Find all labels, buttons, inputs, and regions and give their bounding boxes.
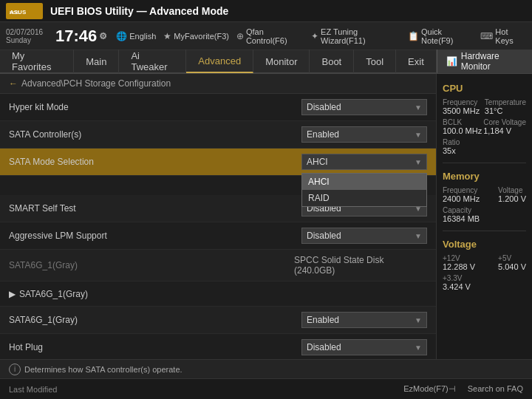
core-volt-label: Core Voltage <box>483 118 526 126</box>
favorites-label: MyFavorite(F3) <box>174 32 229 41</box>
cpu-temp-label: Temperature <box>485 98 526 106</box>
volt-5-value: 5.040 V <box>498 262 526 271</box>
nav-my-favorites[interactable]: My Favorites <box>0 50 74 73</box>
aggressive-lpm-value: Disabled <box>307 231 341 241</box>
aggressive-lpm-label: Aggressive LPM Support <box>9 231 301 241</box>
sata-mode-label: SATA Mode Selection <box>9 157 301 167</box>
mem-freq-row: Frequency 2400 MHz Voltage 1.200 V <box>443 186 526 203</box>
mem-freq-label: Frequency <box>443 186 480 194</box>
nav-ai-tweaker[interactable]: Ai Tweaker <box>119 50 186 73</box>
favorites-shortcut[interactable]: ★ MyFavorite(F3) <box>163 31 229 41</box>
volt-12-row: +12V 12.288 V +5V 5.040 V <box>443 254 526 271</box>
hw-monitor-tab[interactable]: 📊 Hardware Monitor <box>437 50 532 73</box>
cpu-section-title: CPU <box>443 83 526 94</box>
volt-33-label: +3.3V <box>443 274 471 282</box>
hot-plug-dropdown[interactable]: Disabled ▼ <box>301 339 427 355</box>
sata-mode-option-ahci[interactable]: AHCI <box>302 174 426 190</box>
cpu-bclk-row: BCLK 100.0 MHz Core Voltage 1,184 V <box>443 118 526 135</box>
sata-mode-value: AHCI <box>307 157 328 167</box>
title-text: UEFI BIOS Utility — Advanced Mode <box>50 5 228 17</box>
bottom-info-bar: i Determines how SATA controller(s) oper… <box>0 359 532 378</box>
sata-controller-dropdown[interactable]: Enabled ▼ <box>301 126 427 143</box>
ratio-row: Ratio 35x <box>443 138 526 155</box>
settings-icon[interactable]: ⚙ <box>99 31 107 41</box>
hyper-kit-row: Hyper kit Mode Disabled ▼ <box>0 94 436 121</box>
ez-tuning-shortcut[interactable]: ✦ EZ Tuning Wizard(F11) <box>311 27 400 45</box>
time-text: 17:46 <box>55 27 97 46</box>
core-volt-value: 1,184 V <box>483 126 526 135</box>
hot-keys-shortcut[interactable]: ⌨ Hot Keys <box>480 27 526 45</box>
aggressive-lpm-dropdown[interactable]: Disabled ▼ <box>301 228 427 244</box>
sata6g1-info-row: SATA6G_1(Gray) SPCC Solid State Disk (24… <box>0 250 436 282</box>
hw-divider-1 <box>443 163 526 163</box>
mem-volt-value: 1.200 V <box>498 194 526 203</box>
chevron-down-icon: ▼ <box>415 344 422 352</box>
ratio-value: 35x <box>443 146 460 155</box>
voltage-section-title: Voltage <box>443 239 526 250</box>
hot-plug-value: Disabled <box>307 342 341 352</box>
keyboard-icon: ⌨ <box>480 31 493 41</box>
bclk-value: 100.0 MHz <box>443 126 482 135</box>
sata6g1-label: SATA6G_1(Gray) <box>9 260 294 270</box>
chevron-down-icon: ▼ <box>415 232 422 240</box>
hot-plug-label: Hot Plug <box>9 342 301 352</box>
hot-plug-row: Hot Plug Disabled ▼ <box>0 334 436 359</box>
cpu-freq-label: Frequency <box>443 98 480 106</box>
date-text: 02/07/2016 <box>6 28 47 36</box>
mem-cap-value: 16384 MB <box>443 214 480 223</box>
hw-monitor-label: Hardware Monitor <box>461 51 523 72</box>
footer: Last Modified EzMode(F7)⊣ Search on FAQ <box>0 378 532 399</box>
qfan-shortcut[interactable]: ⊕ Qfan Control(F6) <box>236 27 304 45</box>
language-shortcut[interactable]: 🌐 English <box>116 31 156 41</box>
mem-cap-label: Capacity <box>443 206 480 214</box>
ratio-label: Ratio <box>443 138 460 146</box>
qfan-label: Qfan Control(F6) <box>246 27 304 45</box>
nav-exit[interactable]: Exit <box>396 50 437 73</box>
quick-note-shortcut[interactable]: 📋 Quick Note(F9) <box>408 27 473 45</box>
bottom-info-text: Determines how SATA controller(s) operat… <box>24 365 183 374</box>
last-modified-label: Last Modified <box>9 385 57 394</box>
sata6g1-expand-row[interactable]: ▶ SATA6G_1(Gray) <box>0 282 436 307</box>
chevron-down-icon: ▼ <box>415 158 422 166</box>
breadcrumb: ← Advanced\PCH Storage Configuration <box>0 74 436 94</box>
nav-main[interactable]: Main <box>74 50 119 73</box>
volt-12-label: +12V <box>443 254 475 262</box>
sata-mode-dropdown-container: AHCI ▼ AHCI RAID <box>301 154 427 170</box>
day-text: Sunday <box>6 36 47 44</box>
svg-text:ROG: ROG <box>10 10 20 15</box>
back-arrow[interactable]: ← <box>9 78 18 89</box>
cpu-temp-value: 31°C <box>485 106 526 115</box>
left-panel: ← Advanced\PCH Storage Configuration Hyp… <box>0 74 436 359</box>
hot-keys-label: Hot Keys <box>495 27 526 45</box>
sata6g1-enabled-row: SATA6G_1(Gray) Enabled ▼ <box>0 307 436 334</box>
volt-5-label: +5V <box>498 254 526 262</box>
mem-freq-value: 2400 MHz <box>443 194 480 203</box>
chevron-down-icon: ▼ <box>415 316 422 324</box>
hyper-kit-dropdown[interactable]: Disabled ▼ <box>301 99 427 115</box>
hw-divider-2 <box>443 231 526 231</box>
wand-icon: ✦ <box>311 31 318 41</box>
sata-mode-option-raid[interactable]: RAID <box>302 190 426 206</box>
main-content: ← Advanced\PCH Storage Configuration Hyp… <box>0 74 532 359</box>
logo-svg: ASUS ROG <box>6 3 43 19</box>
nav-boot[interactable]: Boot <box>310 50 354 73</box>
mem-cap-row: Capacity 16384 MB <box>443 206 526 223</box>
settings-area: Hyper kit Mode Disabled ▼ SATA Controlle… <box>0 94 436 359</box>
nav-advanced[interactable]: Advanced <box>186 50 253 73</box>
chevron-down-icon: ▼ <box>415 131 422 139</box>
volt-33-value: 3.424 V <box>443 282 471 291</box>
datetime: 02/07/2016 Sunday <box>6 28 47 44</box>
nav-monitor[interactable]: Monitor <box>253 50 310 73</box>
nav-tool[interactable]: Tool <box>354 50 396 73</box>
sata-mode-dropdown[interactable]: AHCI ▼ <box>301 154 427 170</box>
search-faq-button[interactable]: Search on FAQ <box>468 384 523 394</box>
sata6g1-enabled-value: Enabled <box>307 315 339 325</box>
ez-mode-button[interactable]: EzMode(F7)⊣ <box>403 384 456 394</box>
language-label: English <box>129 32 156 41</box>
ez-tuning-label: EZ Tuning Wizard(F11) <box>321 27 400 45</box>
sata-controller-value: Enabled <box>307 129 339 140</box>
shortcuts-bar: 🌐 English ★ MyFavorite(F3) ⊕ Qfan Contro… <box>116 27 526 45</box>
cpu-freq-row: Frequency 3500 MHz Temperature 31°C <box>443 98 526 115</box>
sata6g1-enabled-dropdown[interactable]: Enabled ▼ <box>301 312 427 328</box>
time-display: 17:46 ⚙ <box>55 27 107 46</box>
